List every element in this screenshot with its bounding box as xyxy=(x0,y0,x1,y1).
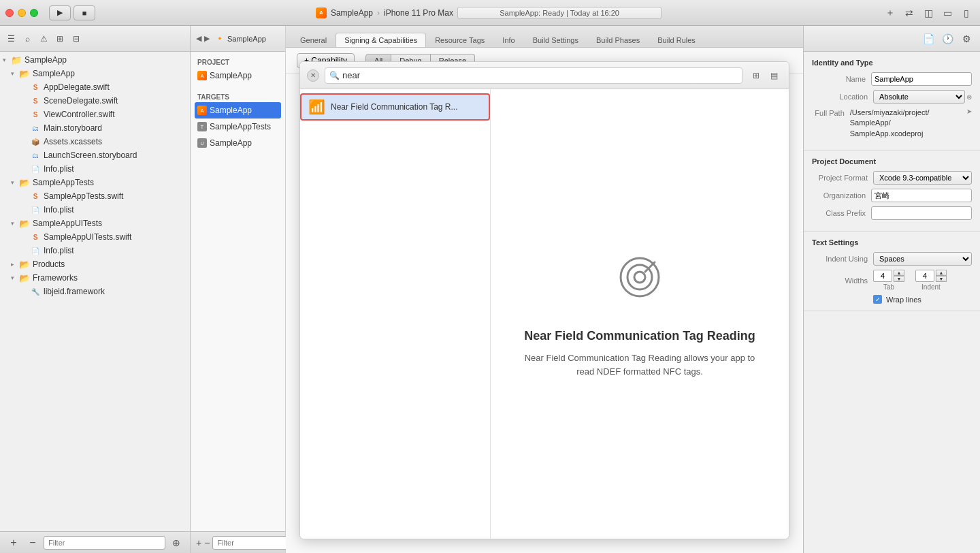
sidebar-item-libjeid[interactable]: 🔧 libjeid.framework xyxy=(0,285,190,298)
indent-increment-button[interactable]: ▲ xyxy=(936,270,947,276)
sidebar-search-icon[interactable]: ⌕ xyxy=(20,32,34,46)
popup-grid-view-btn[interactable]: ▤ xyxy=(766,68,782,83)
indent-value-input[interactable] xyxy=(915,270,934,282)
tab-general[interactable]: General xyxy=(291,33,336,47)
target-uitests[interactable]: U SampleApp xyxy=(195,135,281,151)
format-label: Project Format xyxy=(812,174,873,182)
sidebar-item-uitests-plist[interactable]: 📄 Info.plist xyxy=(0,244,190,257)
tab-stepper-buttons: ▲ ▼ xyxy=(894,270,904,282)
tab-build-phases[interactable]: Build Phases xyxy=(587,33,649,47)
sidebar-item-tests-swift[interactable]: S SampleAppTests.swift xyxy=(0,189,190,203)
filter-options-icon[interactable]: ⊕ xyxy=(168,535,184,550)
target-sampleapp[interactable]: A SampleApp xyxy=(195,102,281,118)
sidebar-item-scenedelegate[interactable]: S SceneDelegate.swift xyxy=(0,94,190,108)
fullpath-value: /Users/miyazaki/project/ SampleApp/ Samp… xyxy=(850,108,965,139)
sidebar-item-frameworks[interactable]: ▾ 📂 Frameworks xyxy=(0,271,190,285)
tab-resource-tags[interactable]: Resource Tags xyxy=(426,33,493,47)
sidebar-filter-icon[interactable]: ⊟ xyxy=(69,32,83,46)
tab-increment-button[interactable]: ▲ xyxy=(894,270,904,276)
close-button[interactable] xyxy=(5,9,14,17)
sidebar-item-mainstoryboard[interactable]: 🗂 Main.storyboard xyxy=(0,121,190,135)
targets-section: TARGETS A SampleApp T SampleAppTests U S… xyxy=(191,86,285,154)
tab-value-input[interactable] xyxy=(873,270,892,282)
popup-close-button[interactable]: ✕ xyxy=(307,69,319,82)
add-target-button[interactable]: + xyxy=(196,535,201,550)
identity-type-section: Identity and Type Name Location Absolute… xyxy=(804,52,980,151)
sidebar-warning-icon[interactable]: ⚠ xyxy=(37,32,50,46)
name-label: Name xyxy=(812,75,871,83)
sidebar-item-products[interactable]: ▸ 📂 Products xyxy=(0,257,190,271)
remove-target-button[interactable]: − xyxy=(204,535,210,550)
editor-button[interactable]: ▭ xyxy=(939,5,956,20)
main-layout: ☰ ⌕ ⚠ ⊞ ⊟ ▾ 📁 SampleApp ▾ 📂 SampleApp S … xyxy=(0,26,980,553)
widths-label: Widths xyxy=(812,276,873,285)
classprefix-input[interactable] xyxy=(871,206,972,220)
right-file-icon[interactable]: 📄 xyxy=(920,31,936,46)
run-button[interactable]: ▶ xyxy=(49,5,71,20)
tab-build-rules[interactable]: Build Rules xyxy=(649,33,704,47)
sidebar-item-sampleapp-root[interactable]: ▾ 📁 SampleApp xyxy=(0,53,190,67)
back-forward-button[interactable]: ⇄ xyxy=(901,5,917,20)
indent-using-label: Indent Using xyxy=(812,255,873,263)
right-gear-icon[interactable]: ⚙ xyxy=(958,31,975,46)
project-doc-title: Project Document xyxy=(812,157,972,165)
popup-detail-title: Near Field Communication Tag Reading xyxy=(524,329,755,343)
sidebar-item-uitests-group[interactable]: ▾ 📂 SampleAppUITests xyxy=(0,217,190,230)
target-tests[interactable]: T SampleAppTests xyxy=(195,118,281,135)
nav-back[interactable]: ◀ xyxy=(196,34,201,43)
sidebar-item-viewcontroller[interactable]: S ViewController.swift xyxy=(0,108,190,121)
identity-type-title: Identity and Type xyxy=(812,59,972,67)
wrap-lines-checkbox[interactable]: ✓ xyxy=(873,295,882,304)
sidebar-item-launchscreen[interactable]: 🗂 LaunchScreen.storyboard xyxy=(0,148,190,162)
name-input[interactable] xyxy=(871,72,972,86)
project-sampleapp-item[interactable]: A SampleApp xyxy=(195,67,281,84)
sidebar-item-appdelegate[interactable]: S AppDelegate.swift xyxy=(0,80,190,94)
popup-list-view-btn[interactable]: ⊞ xyxy=(748,68,764,83)
svg-point-0 xyxy=(634,272,645,283)
minimize-button[interactable] xyxy=(18,9,26,17)
popup-detail-desc: Near Field Communication Tag Reading all… xyxy=(517,351,762,378)
inspector-button[interactable]: ▯ xyxy=(958,5,975,20)
classprefix-label: Class Prefix xyxy=(812,209,871,217)
sidebar-item-tests-plist[interactable]: 📄 Info.plist xyxy=(0,203,190,217)
indent-decrement-button[interactable]: ▼ xyxy=(936,276,947,282)
popup-detail: Near Field Communication Tag Reading Nea… xyxy=(491,89,789,539)
sidebar-item-sampleapp-group[interactable]: ▾ 📂 SampleApp xyxy=(0,67,190,80)
sidebar-item-infoplist-main[interactable]: 📄 Info.plist xyxy=(0,162,190,176)
traffic-lights xyxy=(5,9,38,17)
tab-info[interactable]: Info xyxy=(493,33,523,47)
sidebar-item-assets[interactable]: 📦 Assets.xcassets xyxy=(0,135,190,148)
sidebar-grid-icon[interactable]: ⊞ xyxy=(53,32,67,46)
indent-stepper: ▲ ▼ xyxy=(915,270,947,282)
add-file-button[interactable]: + xyxy=(5,535,22,550)
popup-search-input[interactable] xyxy=(342,70,738,80)
breadcrumb-text: SampleApp xyxy=(227,35,266,43)
tab-signing[interactable]: Signing & Capabilities xyxy=(336,33,426,47)
add-button[interactable]: ＋ xyxy=(882,5,898,20)
sidebar-nav-icon[interactable]: ☰ xyxy=(4,32,18,46)
format-select[interactable]: Xcode 9.3-compatible xyxy=(873,171,972,185)
sidebar-filter-input[interactable] xyxy=(44,536,165,550)
remove-file-button[interactable]: − xyxy=(24,535,41,550)
app-name: SampleApp xyxy=(331,8,373,18)
project-section: PROJECT A SampleApp xyxy=(191,52,285,86)
nav-forward[interactable]: ▶ xyxy=(204,34,210,43)
popup-nfc-item[interactable]: 📶 Near Field Communication Tag R... xyxy=(300,93,490,121)
navigator-button[interactable]: ◫ xyxy=(920,5,936,20)
org-input[interactable] xyxy=(871,189,972,202)
stop-button[interactable]: ■ xyxy=(74,5,95,20)
location-label: Location xyxy=(812,93,873,101)
indent-using-select[interactable]: Spaces Tabs xyxy=(873,252,972,266)
maximize-button[interactable] xyxy=(30,9,38,17)
fullpath-reveal-icon[interactable]: ➤ xyxy=(966,108,972,115)
location-reveal-icon[interactable]: ⊗ xyxy=(966,93,972,101)
sidebar-item-tests-group[interactable]: ▾ 📂 SampleAppTests xyxy=(0,176,190,189)
tab-build-settings[interactable]: Build Settings xyxy=(524,33,587,47)
widths-row: Widths ▲ ▼ Tab xyxy=(812,270,972,291)
right-history-icon[interactable]: 🕐 xyxy=(939,31,956,46)
app-icon: A xyxy=(316,7,327,18)
tab-decrement-button[interactable]: ▼ xyxy=(894,276,904,282)
sidebar-bottom: + − ⊕ xyxy=(0,531,190,553)
sidebar-item-uitests-swift[interactable]: S SampleAppUITests.swift xyxy=(0,230,190,244)
location-select[interactable]: Absolute xyxy=(873,90,965,104)
